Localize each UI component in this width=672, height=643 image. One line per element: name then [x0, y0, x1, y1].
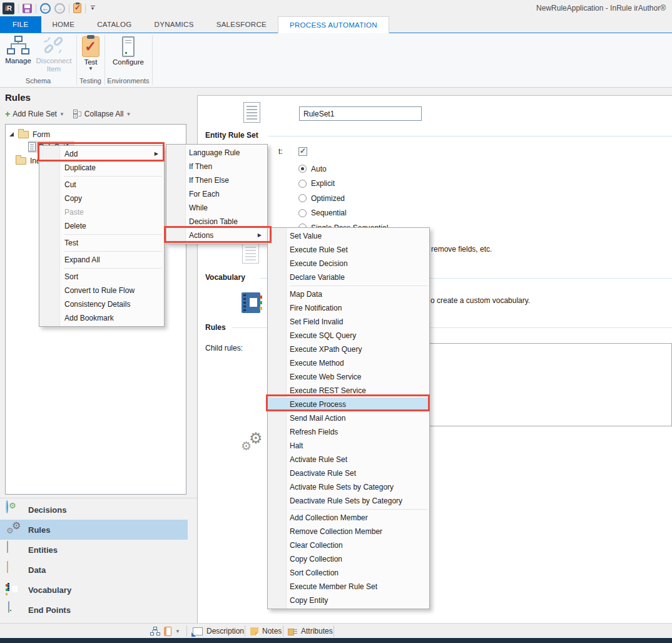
fire-mode-radio[interactable]: Optimized: [298, 191, 388, 206]
actions-submenu-item[interactable]: Copy Entity: [268, 594, 429, 607]
ribbon-tab[interactable]: SALESFORCE: [205, 16, 278, 33]
test-button[interactable]: Test ▼: [79, 36, 103, 71]
actions-submenu-item[interactable]: Fire Notification: [268, 301, 429, 315]
nav-item-vocabulary[interactable]: Vocabulary: [0, 580, 188, 600]
actions-submenu-item[interactable]: Execute XPath Query: [268, 342, 429, 356]
add-icon: +: [5, 110, 10, 118]
context-menu-item[interactable]: Paste: [39, 205, 164, 219]
add-submenu-item[interactable]: If Then Else: [166, 173, 267, 187]
actions-submenu-item[interactable]: Activate Rule Set: [268, 453, 429, 466]
menu-separator: [64, 251, 162, 252]
dropdown-arrow-icon: ▼: [79, 66, 103, 71]
window-title: NewRuleApplication - InRule irAuthor®: [536, 4, 666, 13]
nav-item-endpoints[interactable]: End Points: [0, 600, 188, 620]
actions-submenu-item[interactable]: Execute SQL Query: [268, 329, 429, 342]
ribbon-tab[interactable]: PROCESS AUTOMATION: [278, 16, 389, 33]
enabled-checkbox[interactable]: [298, 147, 307, 156]
add-submenu-item[interactable]: For Each: [166, 187, 267, 201]
actions-submenu-item[interactable]: Refresh Fields: [268, 425, 429, 439]
label-fragment: t:: [278, 147, 283, 156]
menu-separator: [290, 509, 427, 510]
callout-execute-process: [266, 394, 430, 411]
actions-submenu-item[interactable]: Deactivate Rule Sets by Category: [268, 494, 429, 508]
actions-submenu-item[interactable]: Execute Member Rule Set: [268, 580, 429, 594]
actions-submenu-item[interactable]: Set Value: [268, 229, 429, 243]
chevron-down-icon[interactable]: ▼: [126, 111, 131, 117]
context-menu-item[interactable]: Add Bookmark: [39, 311, 164, 325]
actions-submenu-item[interactable]: Activate Rule Sets by Category: [268, 480, 429, 494]
context-menu-item[interactable]: Test: [39, 236, 164, 250]
fire-mode-radio[interactable]: Sequential: [298, 206, 388, 221]
chevron-down-icon[interactable]: ▼: [59, 111, 64, 117]
context-menu-item[interactable]: Copy: [39, 192, 164, 205]
back-icon[interactable]: ←: [40, 3, 51, 14]
context-menu-item[interactable]: Duplicate: [39, 161, 164, 175]
actions-submenu-item[interactable]: Send Mail Action: [268, 411, 429, 425]
menu-separator: [64, 234, 162, 235]
section-vocabulary: Vocabulary: [205, 273, 245, 282]
chevron-down-icon[interactable]: ▼: [175, 629, 180, 634]
nav-item-entities[interactable]: Entities: [0, 540, 188, 560]
actions-submenu-item[interactable]: Add Collection Member: [268, 511, 429, 525]
actions-submenu-item[interactable]: Map Data: [268, 287, 429, 301]
context-menu-item[interactable]: Convert to Rule Flow: [39, 284, 164, 297]
context-menu-item[interactable]: Sort: [39, 270, 164, 284]
actions-submenu-item[interactable]: Declare Variable: [268, 270, 429, 284]
actions-submenu-item[interactable]: Execute Web Service: [268, 370, 429, 384]
test-clipboard-icon[interactable]: [73, 3, 81, 13]
add-submenu-item[interactable]: If Then: [166, 160, 267, 173]
attributes-icon: [288, 627, 297, 635]
notes-toggle[interactable]: Notes: [250, 624, 282, 639]
ribbon-tab[interactable]: CATALOG: [86, 16, 143, 33]
actions-submenu-item[interactable]: Remove Collection Member: [268, 525, 429, 538]
nav-item-decisions[interactable]: Decisions: [0, 500, 188, 520]
context-menu: AddDuplicateCutCopyPasteDeleteTestExpand…: [39, 145, 165, 327]
ruleset-name-input[interactable]: [299, 106, 422, 121]
add-rule-set-button[interactable]: Add Rule Set: [13, 110, 57, 118]
nav-item-data[interactable]: Data: [0, 560, 188, 580]
fire-mode-radio-group: Auto Explicit Optimized Sequential Singl…: [298, 162, 388, 235]
add-submenu-item[interactable]: Language Rule: [166, 146, 267, 160]
vocabulary-hint-fragment: o create a custom vocabulary.: [430, 296, 530, 305]
customize-quick-access-icon[interactable]: ▼: [89, 6, 96, 11]
context-menu-item[interactable]: Consistency Details: [39, 297, 164, 311]
nav-item-rules[interactable]: Rules: [0, 520, 188, 540]
hierarchy-view-icon[interactable]: [150, 627, 160, 635]
actions-submenu-item[interactable]: Execute Decision: [268, 257, 429, 270]
collapse-all-button[interactable]: Collapse All: [84, 110, 124, 118]
actions-submenu-item[interactable]: Execute Rule Set: [268, 243, 429, 257]
actions-submenu-item[interactable]: Halt: [268, 439, 429, 453]
save-icon[interactable]: [23, 4, 32, 13]
attributes-toggle[interactable]: Attributes: [288, 624, 333, 639]
fire-mode-radio[interactable]: Auto: [298, 162, 388, 177]
disconnect-item-icon: [43, 36, 65, 56]
context-menu-item[interactable]: Delete: [39, 219, 164, 233]
actions-submenu-item[interactable]: Clear Collection: [268, 538, 429, 552]
add-submenu-item[interactable]: While: [166, 201, 267, 215]
configure-button[interactable]: Configure: [108, 36, 149, 66]
scroll-view-icon[interactable]: [164, 627, 171, 636]
actions-submenu-item[interactable]: Set Field Invalid: [268, 315, 429, 329]
fire-mode-radio[interactable]: Explicit: [298, 177, 388, 192]
radio-circle-icon: [298, 165, 307, 173]
manage-button[interactable]: Manage: [4, 36, 33, 65]
description-toggle[interactable]: Description: [193, 624, 244, 639]
ribbon-tab[interactable]: HOME: [41, 16, 86, 33]
tree-node-form[interactable]: Form: [9, 128, 50, 140]
layout-switcher[interactable]: ▼: [150, 624, 180, 639]
divider: [36, 4, 36, 13]
divider: [18, 4, 19, 13]
actions-submenu-item[interactable]: Sort Collection: [268, 566, 429, 580]
actions-submenu-item[interactable]: Execute Method: [268, 356, 429, 370]
title-bar: iR ← → ▼ NewRuleApplication - InRule irA…: [0, 0, 672, 16]
actions-submenu-item[interactable]: Copy Collection: [268, 552, 429, 566]
expander-icon[interactable]: [9, 132, 14, 136]
actions-submenu-item[interactable]: Deactivate Rule Set: [268, 466, 429, 480]
context-menu-item[interactable]: Cut: [39, 178, 164, 192]
context-menu-item[interactable]: Expand All: [39, 253, 164, 267]
ribbon-tab[interactable]: FILE: [0, 16, 41, 33]
fields-doc-icon: [242, 243, 259, 264]
ribbon-tab[interactable]: DYNAMICS: [143, 16, 205, 33]
tree-node-ind[interactable]: Ind: [16, 155, 41, 167]
divider: [245, 625, 245, 637]
